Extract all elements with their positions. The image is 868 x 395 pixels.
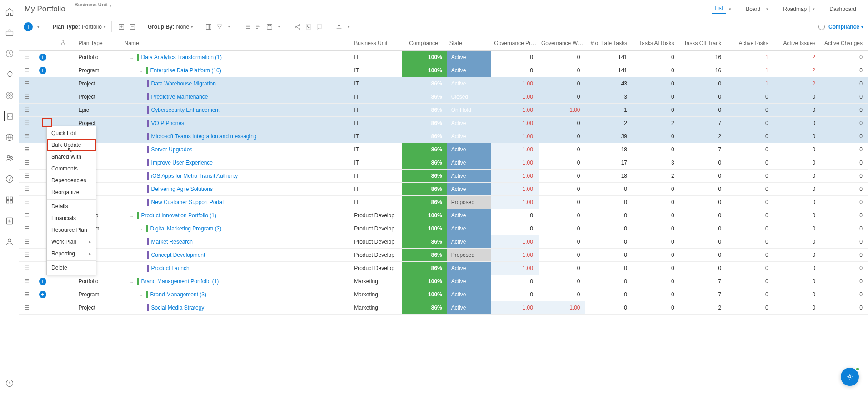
table-row[interactable]: ☰ Project Data Warehouse Migration IT 86… <box>19 77 868 90</box>
row-menu-icon[interactable]: ☰ <box>19 196 35 209</box>
history-icon[interactable] <box>5 378 15 388</box>
chevron-down-icon[interactable]: ⌄ <box>138 292 144 298</box>
col-tasks-off-track[interactable]: Tasks Off Track <box>680 35 727 51</box>
share-icon[interactable] <box>294 23 302 31</box>
chevron-down-icon[interactable]: ▾ <box>346 25 352 29</box>
item-name-link[interactable]: Server Upgrades <box>151 146 193 153</box>
col-hierarchy[interactable] <box>50 35 75 51</box>
chevron-down-icon[interactable]: ⌄ <box>138 68 144 74</box>
bulb-icon[interactable] <box>5 70 15 80</box>
menu-bulk-update[interactable]: Bulk Update <box>47 139 96 151</box>
tab-board[interactable]: Board▾ <box>739 3 775 15</box>
item-name-link[interactable]: Concept Development <box>151 252 205 258</box>
chevron-down-icon[interactable]: ▾ <box>276 25 282 29</box>
comment-icon[interactable] <box>315 23 324 31</box>
save-view-icon[interactable] <box>265 23 274 31</box>
row-menu-icon[interactable]: ☰ <box>19 275 35 288</box>
table-row[interactable]: ☰ + Portfolio ⌄Data Analytics Transforma… <box>19 51 868 64</box>
col-active-issues[interactable]: Active Issues <box>774 35 821 51</box>
item-name-link[interactable]: Product Innovation Portfolio (1) <box>141 212 216 219</box>
col-compliance[interactable]: Compliance↑ <box>402 35 447 51</box>
item-name-link[interactable]: Market Research <box>151 239 193 245</box>
row-menu-icon[interactable]: ☰ <box>19 209 35 222</box>
col-business-unit[interactable]: Business Unit <box>351 35 402 51</box>
table-row[interactable]: ☰ Project Microsoft Teams Integration an… <box>19 130 868 143</box>
menu-reorganize[interactable]: Reorganize <box>47 186 96 198</box>
row-menu-icon[interactable]: ☰ <box>19 170 35 183</box>
col-state[interactable]: State <box>447 35 492 51</box>
row-menu-icon[interactable]: ☰ <box>19 262 35 275</box>
menu-shared-with[interactable]: Shared With <box>47 151 96 163</box>
people-icon[interactable] <box>5 153 15 163</box>
menu-delete[interactable]: Delete <box>47 262 96 274</box>
chart-icon[interactable] <box>4 111 14 121</box>
menu-quick-edit[interactable]: Quick Edit <box>47 127 96 139</box>
item-name-link[interactable]: Predictive Maintenance <box>151 94 208 100</box>
col-plan-type[interactable]: Plan Type <box>76 35 122 51</box>
row-menu-icon[interactable]: ☰ <box>19 235 35 249</box>
row-menu-icon[interactable]: ☰ <box>19 77 35 90</box>
row-menu-icon[interactable]: ☰ <box>19 130 35 143</box>
gantt-icon[interactable] <box>254 23 263 31</box>
chevron-down-icon[interactable]: ▾ <box>110 3 112 8</box>
table-row[interactable]: ☰ Epic New Customer Support Portal IT 86… <box>19 196 868 209</box>
row-menu-icon[interactable]: ☰ <box>19 104 35 117</box>
clock-icon[interactable] <box>5 49 15 59</box>
add-child-button[interactable]: + <box>39 54 46 61</box>
row-menu-icon[interactable]: ☰ <box>19 301 35 315</box>
add-button[interactable]: + <box>24 22 33 31</box>
table-row[interactable]: ☰ Project Market Research Product Develo… <box>19 235 868 249</box>
col-tasks-at-risk[interactable]: Tasks At Risks <box>633 35 680 51</box>
col-late-tasks[interactable]: # of Late Tasks <box>585 35 633 51</box>
globe-icon[interactable] <box>5 132 15 142</box>
user-icon[interactable] <box>5 237 15 247</box>
menu-details[interactable]: Details <box>47 200 96 212</box>
chevron-down-icon[interactable]: ▾ <box>226 25 232 29</box>
menu-resource-plan[interactable]: Resource Plan <box>47 224 96 236</box>
briefcase-icon[interactable] <box>5 28 15 38</box>
table-row[interactable]: ☰ Epic Cybersecurity Enhancement IT 86% … <box>19 104 868 117</box>
org-icon[interactable] <box>5 195 15 205</box>
chevron-down-icon[interactable]: ⌄ <box>129 213 135 219</box>
tab-dashboard[interactable]: Dashboard <box>823 3 863 15</box>
col-gov-w[interactable]: Governance W… <box>539 35 586 51</box>
menu-reporting[interactable]: Reporting▸ <box>47 248 96 260</box>
list-icon[interactable] <box>244 23 252 31</box>
table-row[interactable]: ☰ Epic Product Launch Product Develop 86… <box>19 262 868 275</box>
refresh-icon[interactable] <box>818 23 826 31</box>
group-by-filter[interactable]: Group By: None ▾ <box>148 24 193 30</box>
compliance-link[interactable]: Compliance▾ <box>828 24 863 30</box>
item-name-link[interactable]: Delivering Agile Solutions <box>151 186 213 192</box>
item-name-link[interactable]: iOS Apps for Metro Transit Authority <box>151 173 238 179</box>
chevron-down-icon[interactable]: ▾ <box>35 25 41 29</box>
menu-work-plan[interactable]: Work Plan▸ <box>47 236 96 248</box>
filter-icon[interactable] <box>215 23 224 31</box>
chevron-down-icon[interactable]: ⌄ <box>138 226 144 232</box>
tab-roadmap[interactable]: Roadmap▾ <box>777 3 821 15</box>
table-row[interactable]: ☰ Project VOIP Phones IT 86% Active 1.00… <box>19 117 868 130</box>
col-gov-pr[interactable]: Governance Pr… <box>491 35 539 51</box>
row-menu-icon[interactable]: ☰ <box>19 64 35 77</box>
tab-list[interactable]: List▾ <box>708 2 738 16</box>
table-row[interactable]: ☰ + Program ⌄Brand Management (3) Market… <box>19 288 868 301</box>
collapse-all-icon[interactable] <box>128 23 136 31</box>
row-menu-icon[interactable]: ☰ <box>19 183 35 196</box>
row-menu-icon[interactable]: ☰ <box>19 222 35 235</box>
table-row[interactable]: ☰ Program ⌄Digital Marketing Program (3)… <box>19 222 868 235</box>
menu-dependencies[interactable]: Dependencies <box>47 175 96 186</box>
export-icon[interactable] <box>335 23 343 31</box>
table-row[interactable]: ☰ Project Server Upgrades IT 86% Active … <box>19 143 868 156</box>
item-name-link[interactable]: Enterprise Data Platform (10) <box>150 67 221 74</box>
table-row[interactable]: ☰ + Portfolio ⌄Brand Management Portfoli… <box>19 275 868 288</box>
item-name-link[interactable]: Social Media Strategy <box>151 305 205 311</box>
add-child-button[interactable]: + <box>39 67 46 74</box>
row-menu-icon[interactable]: ☰ <box>19 288 35 301</box>
table-row[interactable]: ☰ + Program ⌄Enterprise Data Platform (1… <box>19 64 868 77</box>
item-name-link[interactable]: Brand Management (3) <box>150 291 206 298</box>
table-row[interactable]: ☰ Project iOS Apps for Metro Transit Aut… <box>19 170 868 183</box>
table-row[interactable]: ☰ Project Improve User Experience IT 86%… <box>19 156 868 170</box>
chevron-down-icon[interactable]: ⌄ <box>129 55 135 60</box>
image-icon[interactable] <box>304 23 313 31</box>
row-menu-icon[interactable]: ☰ <box>19 90 35 104</box>
row-menu-icon[interactable]: ☰ <box>19 156 35 170</box>
